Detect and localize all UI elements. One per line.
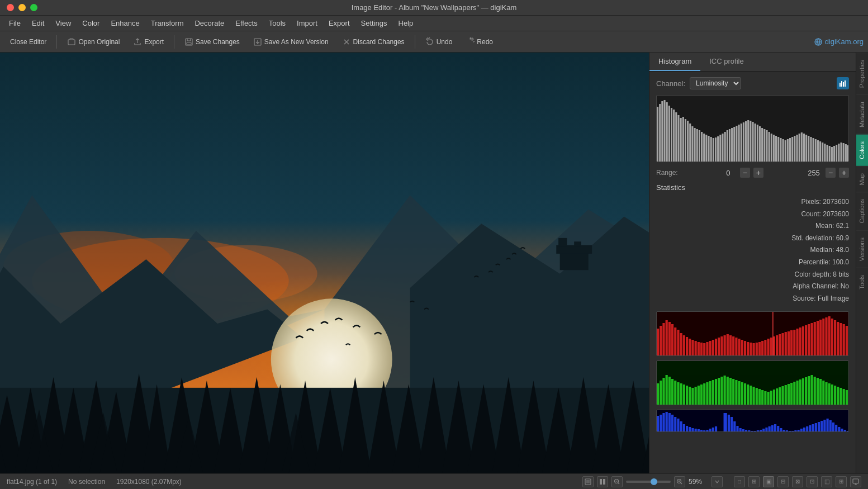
svg-rect-306 xyxy=(715,426,717,432)
svg-rect-65 xyxy=(845,80,846,87)
zoom-select[interactable] xyxy=(712,476,723,487)
menu-effects[interactable]: Effects xyxy=(231,17,262,29)
svg-rect-95 xyxy=(722,134,723,162)
open-original-label: Open Original xyxy=(78,38,120,46)
svg-rect-290 xyxy=(668,413,671,432)
zoom-slider[interactable] xyxy=(626,481,671,483)
menu-export[interactable]: Export xyxy=(324,17,354,29)
view-6[interactable]: ⊡ xyxy=(807,476,818,487)
window-title: Image Editor - Album "New Wallpapers" — … xyxy=(352,3,517,12)
svg-rect-143 xyxy=(833,146,835,162)
side-tab-colors[interactable]: Colors xyxy=(856,134,868,166)
tab-histogram[interactable]: Histogram xyxy=(649,53,700,71)
svg-rect-312 xyxy=(739,428,742,432)
view-7[interactable]: ◫ xyxy=(821,476,832,487)
svg-rect-268 xyxy=(799,379,801,405)
save-new-version-button[interactable]: Save As New Version xyxy=(248,36,334,48)
zoom-in-icon xyxy=(676,478,683,485)
svg-rect-299 xyxy=(695,429,697,432)
svg-rect-280 xyxy=(834,386,836,405)
image-area[interactable] xyxy=(0,53,649,473)
view-5[interactable]: ⊠ xyxy=(792,476,803,487)
svg-rect-138 xyxy=(822,143,823,162)
svg-rect-146 xyxy=(840,143,842,162)
svg-rect-97 xyxy=(727,130,728,162)
svg-rect-114 xyxy=(766,130,767,162)
svg-rect-262 xyxy=(781,386,784,405)
svg-rect-148 xyxy=(845,144,847,162)
svg-rect-194 xyxy=(781,333,784,356)
view-mode-1[interactable] xyxy=(597,476,608,487)
svg-rect-67 xyxy=(657,107,658,162)
discard-changes-button[interactable]: Discard Changes xyxy=(336,36,410,48)
stat-alpha: Alpha Channel: No xyxy=(656,281,849,293)
side-tab-metadata[interactable]: Metadata xyxy=(856,94,868,134)
svg-rect-313 xyxy=(742,429,744,432)
fit-icon xyxy=(585,478,591,485)
view-split-v[interactable]: ▣ xyxy=(763,476,774,487)
zoom-plus-button[interactable] xyxy=(674,476,685,487)
export-button[interactable]: Export xyxy=(127,36,169,48)
svg-rect-134 xyxy=(813,138,814,162)
stat-percentile: Percentile: 100.0 xyxy=(656,257,849,269)
fit-to-window-button[interactable] xyxy=(582,476,594,487)
open-original-button[interactable]: Open Original xyxy=(61,36,125,48)
menu-settings[interactable]: Settings xyxy=(357,17,392,29)
view-fullscreen[interactable] xyxy=(850,476,861,487)
svg-rect-18 xyxy=(558,238,567,246)
menu-tools[interactable]: Tools xyxy=(264,17,290,29)
menu-file[interactable]: File xyxy=(4,17,25,29)
histogram-mode-button[interactable] xyxy=(837,77,849,89)
menu-transform[interactable]: Transform xyxy=(146,17,188,29)
undo-button[interactable]: Undo xyxy=(420,36,458,48)
svg-rect-154 xyxy=(666,320,668,356)
toolbar-separator xyxy=(56,35,57,49)
range-min-increase[interactable]: + xyxy=(753,168,763,178)
close-editor-button[interactable]: Close Editor xyxy=(4,36,52,48)
side-tab-versions[interactable]: Versions xyxy=(856,230,868,268)
svg-rect-248 xyxy=(741,382,743,405)
save-changes-button[interactable]: Save Changes xyxy=(179,36,245,48)
close-button[interactable] xyxy=(7,4,14,11)
monitor-icon xyxy=(852,478,859,485)
side-tab-captions[interactable]: Captions xyxy=(856,192,868,230)
svg-rect-99 xyxy=(731,128,733,162)
view-single[interactable]: □ xyxy=(734,476,745,487)
side-tab-properties[interactable]: Properties xyxy=(856,53,868,94)
redo-button[interactable]: Redo xyxy=(460,36,499,48)
menu-color[interactable]: Color xyxy=(78,17,104,29)
view-split-h[interactable]: ⊞ xyxy=(748,476,760,487)
zoom-minus-button[interactable] xyxy=(611,476,623,487)
svg-rect-186 xyxy=(758,342,761,356)
brand-link[interactable]: digiKam.org xyxy=(814,37,864,46)
range-row: Range: 0 − + 255 − + xyxy=(656,168,849,178)
range-max-increase[interactable]: + xyxy=(839,168,849,178)
minimize-button[interactable] xyxy=(18,4,26,11)
status-filename: flat14.jpg (1 of 1) xyxy=(7,478,57,486)
svg-rect-135 xyxy=(815,139,817,162)
menu-import[interactable]: Import xyxy=(292,17,322,29)
tab-icc-profile[interactable]: ICC profile xyxy=(700,53,752,71)
svg-rect-161 xyxy=(686,337,688,356)
range-max-decrease[interactable]: − xyxy=(826,168,836,178)
svg-rect-185 xyxy=(756,343,758,356)
svg-rect-320 xyxy=(762,429,765,432)
svg-rect-307 xyxy=(724,413,727,432)
view-8[interactable]: ⊞ xyxy=(836,476,847,487)
view-4[interactable]: ⊟ xyxy=(777,476,789,487)
maximize-button[interactable] xyxy=(30,4,37,11)
svg-rect-125 xyxy=(791,137,793,162)
side-tab-tools[interactable]: Tools xyxy=(856,268,868,296)
menu-enhance[interactable]: Enhance xyxy=(106,17,144,29)
menu-edit[interactable]: Edit xyxy=(27,17,49,29)
menu-help[interactable]: Help xyxy=(394,17,418,29)
range-min-decrease[interactable]: − xyxy=(740,168,750,178)
menu-decorate[interactable]: Decorate xyxy=(190,17,229,29)
svg-rect-69 xyxy=(661,101,663,162)
svg-rect-180 xyxy=(741,340,743,356)
svg-rect-187 xyxy=(761,341,763,356)
channel-select[interactable]: Luminosity Red Green Blue xyxy=(690,77,741,89)
side-tab-map[interactable]: Map xyxy=(856,166,868,192)
menu-view[interactable]: View xyxy=(51,17,75,29)
svg-rect-283 xyxy=(843,389,845,405)
